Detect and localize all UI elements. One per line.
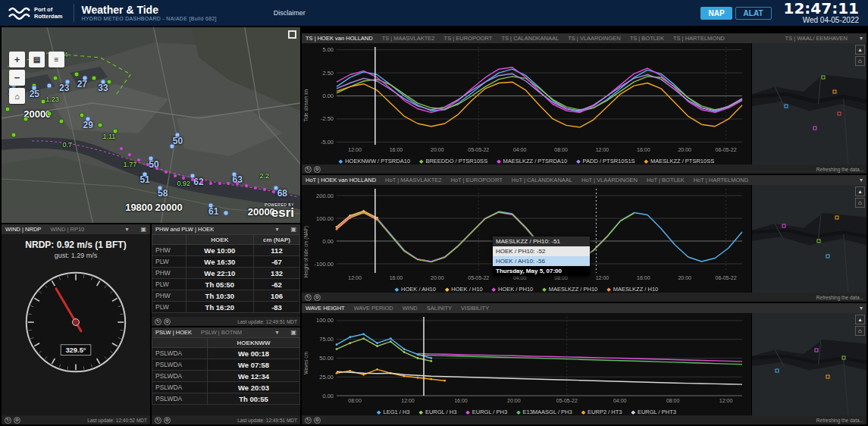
map-marker[interactable] [821,75,825,79]
map-station-dot[interactable] [100,80,105,85]
map-station-dot[interactable] [208,202,213,208]
disclaimer-link[interactable]: Disclaimer [274,9,306,17]
home-icon[interactable]: ⌂ [9,88,25,104]
mini-map[interactable]: ▴ ⌂ [751,313,866,415]
map-station-dot[interactable] [5,107,10,112]
map-station-dot[interactable] [52,76,58,81]
settings-icon[interactable]: ⚙ [314,294,321,301]
table-row[interactable]: PSLWDATh 00:55 [152,393,300,405]
legend-item[interactable]: ◆E13MAASGL / PH3 [516,409,572,415]
map-station-dot[interactable] [120,147,123,150]
map-station-dot[interactable] [149,155,154,161]
zoom-out-button[interactable]: − [9,70,25,86]
map-station-dot[interactable] [32,85,37,90]
table-row[interactable]: PLWTh 16:20-83 [152,302,300,313]
map-station-dot[interactable] [146,163,149,166]
settings-icon[interactable]: ⚙ [314,417,321,424]
map-station-dot[interactable] [209,182,212,185]
map-marker[interactable] [776,368,779,372]
map-station-dot[interactable] [83,76,88,81]
collapse-icon[interactable]: ▴ [855,45,865,55]
map-marker[interactable] [826,374,829,378]
chevron-down-icon[interactable]: ▾ [125,226,128,233]
table-row[interactable]: PHWWe 22:10132 [152,268,300,279]
zoom-in-button[interactable]: + [9,52,25,67]
tab-hot-hoek-van-holland[interactable]: HoT | HOEK van HOLLAND [306,177,376,183]
map-station-dot[interactable] [74,71,79,77]
map-station-dot[interactable] [41,99,46,105]
map-station-dot[interactable] [274,185,279,190]
refresh-icon[interactable]: ↻ [155,318,161,325]
home-icon[interactable]: ⌂ [855,326,865,336]
map-station-dot[interactable] [175,132,180,137]
map-station-dot[interactable] [47,83,52,89]
refresh-icon[interactable]: ↻ [305,294,312,301]
legend-item[interactable]: ◆EURGL / H3 [419,409,457,415]
map-marker[interactable] [782,224,786,227]
legend-item[interactable]: ◆LEG1 / H3 [377,409,409,415]
map-station-dot[interactable] [254,186,257,190]
map-station-dot[interactable] [98,123,103,128]
map-station-dot[interactable] [157,185,162,190]
map-station-dot[interactable] [174,174,177,177]
tab-visibility[interactable]: VISIBILITY [461,305,489,312]
tab-hot-calandkanaal[interactable]: HoT | CALANDKANAAL [512,177,572,183]
settings-icon[interactable]: ⚙ [314,166,321,173]
table-row[interactable]: PHWWe 10:00112 [152,245,300,256]
chevron-down-icon[interactable]: ▾ [860,177,863,183]
map-marker[interactable] [841,356,845,360]
map-marker[interactable] [813,127,817,130]
chevron-down-icon[interactable]: ▾ [860,35,863,42]
tab-ts-botlek[interactable]: TS | BOTLEK [630,35,664,42]
phw-panel-title[interactable]: PHW and PLW | HOEK [155,226,214,233]
map-marker[interactable] [785,105,788,108]
map-station-dot[interactable] [58,118,64,124]
map-marker[interactable] [814,348,818,352]
legend-item[interactable]: ◆PADD / PTSR10S1S [576,158,635,164]
chevron-down-icon[interactable]: ▾ [860,305,863,312]
overview-map[interactable]: 0.9426251.2323273320000291.110.7501.7750… [2,27,300,223]
legend-item[interactable]: ◆BREEDDO / PTSR10SS [419,158,487,164]
map-station-dot[interactable] [272,190,275,193]
collapse-icon[interactable]: ▴ [855,186,865,196]
legend-item[interactable]: ◆EURGL / PHT3 [631,409,676,415]
tab-hot-botlek[interactable]: HoT | BOTLEK [647,177,685,183]
map-station-dot[interactable] [236,182,239,185]
map-station-dot[interactable] [165,171,168,174]
expand-icon[interactable] [288,30,296,39]
tab-ts-hartelmond[interactable]: TS | HARTELMOND [673,35,725,42]
popout-icon[interactable]: ▣ [140,226,146,233]
tide-stream-chart[interactable]: 5.002.500.00-2.50-5.0012:0016:0020:0005-… [302,43,751,158]
map-station-dot[interactable] [200,180,203,183]
map-station-dot[interactable] [191,178,194,181]
map-station-dot[interactable] [263,188,266,191]
tab-ts-vlaardingen[interactable]: TS | VLAARDINGEN [568,35,620,42]
port-of-rotterdam-logo[interactable]: Port of Rotterdam [5,5,66,21]
legend-item[interactable]: ◆EURP2 / HT3 [581,409,622,415]
wave-height-chart[interactable]: 100.0075.0050.0025.000.0008:0012:0016:00… [302,313,751,409]
map-station-dot[interactable] [128,153,131,156]
map-station-dot[interactable] [169,144,174,149]
table-row[interactable]: PSLWDAWe 12:34 [152,371,300,382]
tab-ts-hoek-van-holland[interactable]: TS | HOEK van HOLLAND [306,35,373,42]
home-icon[interactable]: ⌂ [855,198,865,208]
map-marker[interactable] [832,90,836,94]
tab-ts-europoort[interactable]: TS | EUROPOORT [444,35,493,42]
map-marker[interactable] [835,215,838,219]
legend-item[interactable]: ◆MAESLKZZ / PTSRDA10 [497,158,567,164]
tab-hot-hartelmond[interactable]: HoT | HARTELMOND [694,177,749,183]
chevron-down-icon[interactable]: ▾ [275,226,278,233]
tab-hot-maasvlakte2[interactable]: HoT | MAASVLAKTE2 [385,177,441,183]
tab-ts-maasvlakte2[interactable]: TS | MAASVLAKTE2 [382,35,435,42]
tab-hot-vlaardingen[interactable]: HoT | VLAARDINGEN [581,177,638,183]
legend-icon[interactable]: ≡ [49,52,64,67]
table-row[interactable]: PSLWDAWe 00:18 [152,348,300,359]
popout-icon[interactable]: ▣ [290,329,296,336]
map-station-dot[interactable] [232,171,237,177]
map-station-dot[interactable] [47,111,52,116]
tab-wave-period[interactable]: WAVE PERIOD [354,305,393,312]
map-station-dot[interactable] [155,167,158,170]
chevron-down-icon[interactable]: ▾ [275,329,278,336]
legend-item[interactable]: ◆HOEKNWW / PTSRDA10 [339,158,410,164]
table-row[interactable]: PHWTh 10:30106 [152,290,300,302]
